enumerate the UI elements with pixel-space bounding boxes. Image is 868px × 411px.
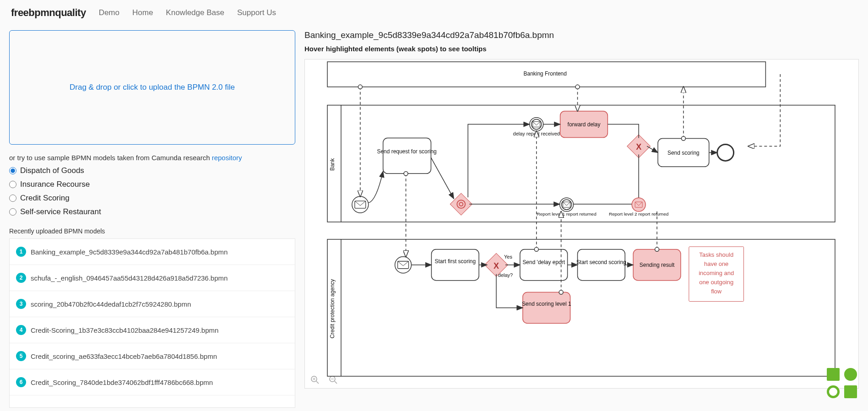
list-item[interactable]: 1Banking_example_9c5d8339e9a344cd92a7ab4… (10, 239, 295, 265)
item-name: scoring_20b470b2f0c44dedaf1cb2f7c5924280… (31, 300, 191, 308)
item-badge: 4 (16, 325, 26, 335)
svg-text:forward delay: forward delay (568, 121, 601, 128)
nav-support-us[interactable]: Support Us (237, 8, 276, 17)
svg-text:Send scoring level 1: Send scoring level 1 (522, 301, 571, 307)
task-start-first-scoring (431, 249, 479, 281)
item-name: Credit_Scoring_7840de1bde374062bdf1fff47… (31, 379, 213, 386)
item-badge: 3 (16, 299, 26, 309)
svg-text:flow: flow (711, 288, 722, 295)
svg-text:Sending result: Sending result (640, 262, 675, 268)
task-send-request (383, 138, 431, 174)
item-badge: 6 (16, 377, 26, 387)
item-name: Banking_example_9c5d8339e9a344cd92a7ab48… (31, 248, 228, 256)
radio-credit-scoring[interactable]: Credit Scoring (9, 194, 295, 203)
svg-text:Start second scoring: Start second scoring (576, 259, 626, 265)
item-name: Credit_scoring_ae633fa3ecc14bceb7aeb6a78… (31, 352, 217, 360)
item-name: Credit-Scoring_1b37e3c83ccb4102baa284e94… (31, 326, 218, 334)
pool-agency-label: Credit protection agency (329, 279, 336, 339)
svg-text:Tasks should: Tasks should (699, 251, 733, 258)
end-event-bank (717, 144, 734, 161)
puzzle-icon[interactable] (827, 368, 857, 398)
svg-text:X: X (494, 261, 499, 270)
nav-home[interactable]: Home (132, 8, 153, 17)
item-badge: 2 (16, 273, 26, 283)
item-name: schufa_-_english_0946457aa55d43128d426a9… (31, 274, 228, 282)
svg-line-33 (316, 381, 319, 384)
bpmn-diagram: Banking Frontend Bank Credit protection … (305, 59, 858, 388)
radio-dispatch-of-goods[interactable]: Dispatch of Goods (9, 166, 295, 175)
brand-title: freebpmnquality (11, 7, 86, 19)
radio-insurance-recourse[interactable]: Insurance Recourse (9, 180, 295, 189)
svg-text:Report level 1 report returned: Report level 1 report returned (537, 211, 596, 216)
svg-text:Report level 2 report returned: Report level 2 report returned (609, 211, 668, 216)
pool-bank-label: Bank (329, 158, 336, 171)
recent-uploads-list[interactable]: 1Banking_example_9c5d8339e9a344cd92a7ab4… (9, 238, 295, 408)
svg-text:Send request for scoring: Send request for scoring (377, 148, 436, 155)
task-send-scoring-level1[interactable] (523, 292, 570, 324)
repository-link[interactable]: repository (212, 154, 242, 162)
svg-text:X: X (636, 142, 641, 151)
list-item[interactable]: 3scoring_20b470b2f0c44dedaf1cb2f7c592428… (10, 291, 295, 317)
radio-dispatch-input[interactable] (9, 167, 16, 174)
nav-demo[interactable]: Demo (99, 8, 119, 17)
recent-uploads-label: Recently uploaded BPMN models (9, 227, 295, 235)
hover-hint: Hover highlighted elements (weak spots) … (304, 45, 859, 53)
svg-text:Yes: Yes (504, 254, 512, 260)
open-file-name: Banking_example_9c5d8339e9a344cd92a7ab48… (304, 30, 859, 40)
svg-text:Send scoring: Send scoring (667, 150, 700, 156)
bpmn-canvas[interactable]: Banking Frontend Bank Credit protection … (304, 59, 859, 389)
dropzone-label: Drag & drop or click to upload the BPMN … (70, 83, 235, 92)
svg-text:incoming and: incoming and (699, 270, 734, 276)
list-item[interactable]: 4Credit-Scoring_1b37e3c83ccb4102baa284e9… (10, 317, 295, 343)
list-item[interactable]: 6Credit_Scoring_7840de1bde374062bdf1fff4… (10, 369, 295, 395)
zoom-in-button[interactable] (310, 375, 320, 384)
radio-self-service-restaurant[interactable]: Self-service Restaurant (9, 207, 295, 216)
pool-frontend-label: Banking Frontend (524, 70, 567, 77)
svg-text:Send 'delay eport: Send 'delay eport (522, 259, 565, 265)
nav-knowledge-base[interactable]: Knowledge Base (166, 8, 224, 17)
radio-restaurant-input[interactable] (9, 208, 16, 216)
list-item[interactable]: 5Credit_scoring_ae633fa3ecc14bceb7aeb6a7… (10, 343, 295, 369)
zoom-out-button[interactable] (329, 375, 338, 384)
svg-text:Start first scoring: Start first scoring (434, 258, 476, 265)
svg-text:one outgoing: one outgoing (699, 279, 733, 286)
radio-insurance-input[interactable] (9, 181, 16, 188)
svg-text:have one: have one (704, 260, 728, 267)
upload-dropzone[interactable]: Drag & drop or click to upload the BPMN … (9, 30, 295, 145)
svg-line-37 (335, 381, 337, 384)
item-badge: 1 (16, 247, 26, 257)
svg-text:delay?: delay? (498, 272, 513, 278)
radio-credit-input[interactable] (9, 195, 16, 202)
sample-models-label: or try to use sample BPMN models taken f… (9, 154, 295, 162)
list-item[interactable]: 2schufa_-_english_0946457aa55d43128d426a… (10, 265, 295, 291)
item-badge: 5 (16, 351, 26, 361)
